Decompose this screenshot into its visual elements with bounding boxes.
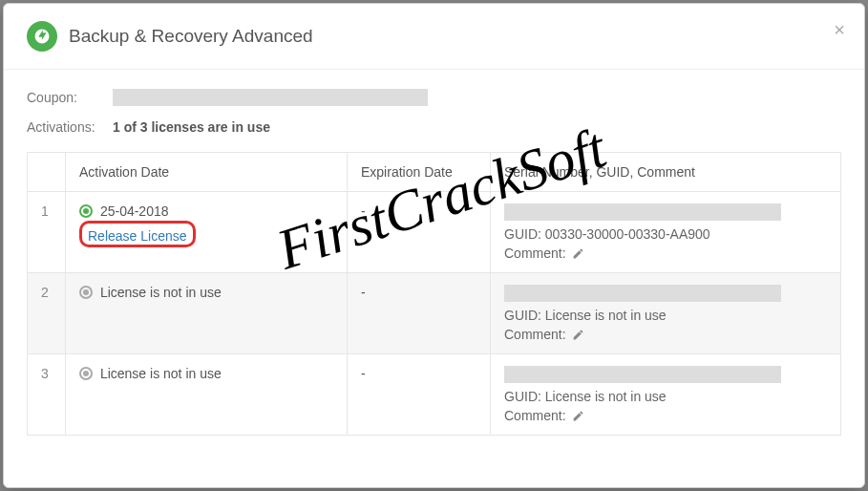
col-header-num <box>28 153 66 192</box>
guid-value: License is not in use <box>545 389 667 404</box>
status-active-icon <box>79 204 93 218</box>
serial-redacted <box>504 366 781 383</box>
modal-body: Coupon: Activations: 1 of 3 licenses are… <box>4 70 864 455</box>
serial-cell: GUID: License is not in use Comment: <box>491 354 841 436</box>
serial-cell: GUID: 00330-30000-00330-AA900 Comment: <box>491 192 841 273</box>
status-inactive-icon <box>79 286 93 299</box>
guid-value: License is not in use <box>545 308 667 323</box>
expiration-cell: - <box>348 192 491 273</box>
guid-label: GUID: <box>504 389 541 404</box>
comment-label: Comment: <box>504 408 566 423</box>
release-license-link[interactable]: Release License <box>88 228 187 244</box>
expiration-cell: - <box>348 354 491 436</box>
close-button[interactable]: × <box>834 19 845 41</box>
col-header-activation: Activation Date <box>66 153 348 192</box>
release-highlight: Release License <box>79 221 196 247</box>
activations-label: Activations: <box>27 119 113 135</box>
col-header-serial: Serial Number, GUID, Comment <box>491 153 841 192</box>
license-table: Activation Date Expiration Date Serial N… <box>27 152 841 436</box>
activation-status: License is not in use <box>100 285 222 300</box>
coupon-value-redacted <box>113 89 428 106</box>
table-row: 1 25-04-2018 Release License - GUID: 0 <box>28 192 841 273</box>
col-header-expiration: Expiration Date <box>348 153 491 192</box>
activation-cell: 25-04-2018 Release License <box>66 192 348 273</box>
expiration-cell: - <box>348 273 491 354</box>
guid-label: GUID: <box>504 226 541 242</box>
table-row: 3 License is not in use - GUID: License … <box>28 354 841 436</box>
guid-label: GUID: <box>504 308 541 323</box>
row-number: 3 <box>28 354 66 436</box>
activation-cell: License is not in use <box>66 273 348 354</box>
edit-comment-icon[interactable] <box>572 247 584 260</box>
status-inactive-icon <box>79 367 93 380</box>
serial-redacted <box>504 203 781 221</box>
row-number: 2 <box>28 273 66 354</box>
guid-value: 00330-30000-00330-AA900 <box>545 226 710 242</box>
activation-status: License is not in use <box>100 366 222 381</box>
comment-label: Comment: <box>504 327 566 342</box>
coupon-label: Coupon: <box>27 90 113 105</box>
license-modal: Backup & Recovery Advanced × Coupon: Act… <box>3 3 865 488</box>
serial-redacted <box>504 285 781 302</box>
activations-value: 1 of 3 licenses are in use <box>113 119 270 135</box>
modal-title: Backup & Recovery Advanced <box>69 26 313 47</box>
edit-comment-icon[interactable] <box>572 410 584 422</box>
table-row: 2 License is not in use - GUID: License … <box>28 273 841 354</box>
activations-row: Activations: 1 of 3 licenses are in use <box>27 119 841 135</box>
activation-cell: License is not in use <box>66 354 348 436</box>
edit-comment-icon[interactable] <box>572 329 584 341</box>
serial-cell: GUID: License is not in use Comment: <box>491 273 841 354</box>
modal-header: Backup & Recovery Advanced × <box>4 4 864 70</box>
comment-label: Comment: <box>504 246 566 261</box>
row-number: 1 <box>28 192 66 273</box>
app-icon <box>27 21 57 52</box>
coupon-row: Coupon: <box>27 89 841 106</box>
activation-date: 25-04-2018 <box>100 203 169 219</box>
